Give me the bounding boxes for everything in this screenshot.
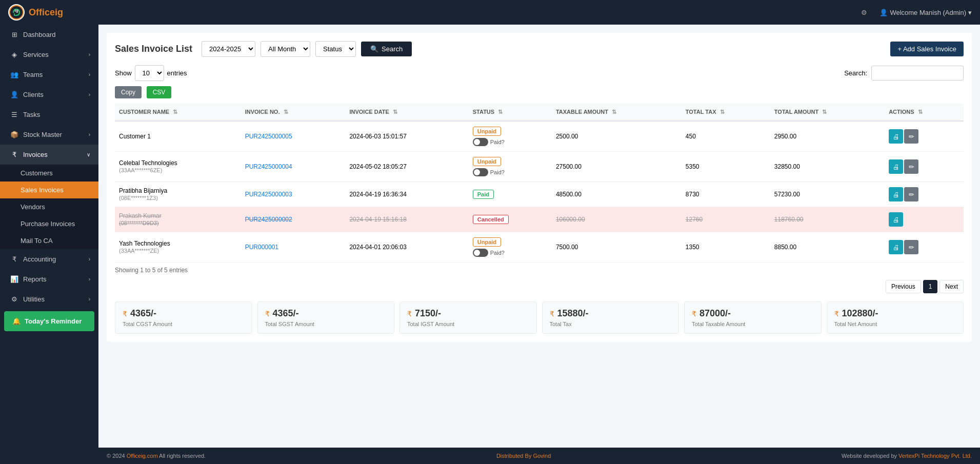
status-cell: Unpaid Paid? [469, 232, 552, 263]
settings-icon[interactable]: ⚙ [861, 9, 867, 16]
sidebar-item-invoices[interactable]: ₹ Invoices ∨ [0, 145, 98, 165]
invoice-no-cell: PUR2425000002 [241, 207, 346, 232]
col-actions[interactable]: ACTIONS ⇅ [885, 104, 964, 121]
invoice-link[interactable]: PUR2425000002 [245, 216, 292, 223]
welcome-text: Welcome Manish (Admin) [890, 9, 966, 16]
sidebar-item-label: Services [23, 51, 49, 58]
status-cell: Paid [469, 182, 552, 207]
total-amount-cell: 2950.00 [770, 121, 885, 152]
customer-name-cell: Pratibha Bijarniya(08E*******1Z3) [115, 182, 241, 207]
col-status[interactable]: STATUS ⇅ [469, 104, 552, 121]
total-tax-cell: 12760 [682, 207, 770, 232]
header-right: + Add Sales Invoice [890, 42, 964, 56]
previous-page-button[interactable]: Previous [886, 280, 921, 293]
card-header: Sales Invoice List 2024-2025 All Month S… [115, 41, 964, 57]
export-buttons: Copy CSV [115, 86, 964, 98]
add-sales-invoice-button[interactable]: + Add Sales Invoice [890, 42, 964, 56]
col-total-tax[interactable]: TOTAL TAX ⇅ [682, 104, 770, 121]
invoice-link[interactable]: PUR2425000005 [245, 133, 292, 140]
paid-toggle[interactable]: Paid? [473, 138, 548, 146]
edit-button[interactable]: ✏ [904, 159, 918, 174]
user-icon: 👤 [879, 9, 888, 16]
summary-label: Total Net Amount [834, 321, 956, 327]
edit-button[interactable]: ✏ [904, 240, 918, 254]
next-page-button[interactable]: Next [939, 280, 964, 293]
csv-button[interactable]: CSV [147, 86, 172, 98]
invoice-link[interactable]: PUR000001 [245, 244, 278, 251]
footer-link[interactable]: Officeig.com [127, 453, 158, 459]
col-customer-name[interactable]: CUSTOMER NAME ⇅ [115, 104, 241, 121]
sidebar-item-accounting[interactable]: ₹ Accounting › [0, 249, 98, 269]
status-cell: Unpaid Paid? [469, 152, 552, 182]
toggle-switch[interactable] [473, 138, 488, 146]
sidebar-item-sales-invoices[interactable]: Sales Invoices [0, 181, 98, 198]
sidebar-item-services[interactable]: ◈ Services › [0, 45, 98, 65]
actions-cell: 🖨✏ [885, 182, 964, 207]
sidebar-item-teams[interactable]: 👥 Teams › [0, 65, 98, 85]
summary-card: ₹ 102880/- Total Net Amount [827, 301, 964, 334]
sidebar-item-utilities[interactable]: ⚙ Utilities › [0, 289, 98, 309]
sidebar-item-reports[interactable]: 📊 Reports › [0, 269, 98, 289]
print-button[interactable]: 🖨 [889, 159, 903, 174]
add-btn-label: + Add Sales Invoice [897, 45, 956, 53]
footer-right: Website developed by VertexPi Technology… [842, 453, 972, 459]
stock-icon: 📦 [10, 131, 19, 138]
page-1-button[interactable]: 1 [923, 280, 938, 293]
logo-area: ig Officeig [8, 4, 63, 21]
customer-sub: (08E*******1Z3) [119, 195, 158, 201]
chevron-right-icon: › [89, 92, 90, 97]
print-button[interactable]: 🖨 [889, 212, 903, 227]
edit-button[interactable]: ✏ [904, 187, 918, 201]
main-card: Sales Invoice List 2024-2025 All Month S… [107, 33, 972, 342]
customer-name-cell: Celebal Technologies(33AA*******6ZE) [115, 152, 241, 182]
col-invoice-date[interactable]: INVOICE DATE ⇅ [345, 104, 468, 121]
print-button[interactable]: 🖨 [889, 187, 903, 201]
rupee-icon: ₹ [834, 310, 839, 318]
toggle-switch[interactable] [473, 168, 488, 176]
showing-text: Showing 1 to 5 of 5 entries [115, 267, 964, 274]
chevron-right-icon: › [89, 72, 90, 77]
year-filter[interactable]: 2024-2025 [202, 41, 255, 57]
customer-sub: (08*******D9D3) [119, 220, 159, 226]
actions-cell: 🖨✏ [885, 152, 964, 182]
footer-dev-link[interactable]: VertexPi Technology Pvt. Ltd. [898, 453, 972, 459]
month-filter[interactable]: All Month [261, 41, 310, 57]
print-button[interactable]: 🖨 [889, 240, 903, 254]
sidebar-item-vendors[interactable]: Vendors [0, 198, 98, 215]
chevron-right-icon: › [89, 296, 90, 302]
status-filter[interactable]: Status [315, 41, 356, 57]
col-total-amount[interactable]: TOTAL AMOUNT ⇅ [770, 104, 885, 121]
sidebar-item-purchase-invoices[interactable]: Purchase Invoices [0, 215, 98, 232]
sidebar-item-label: Teams [23, 71, 43, 78]
print-button[interactable]: 🖨 [889, 129, 903, 144]
actions-cell: 🖨 [885, 207, 964, 232]
sidebar-item-clients[interactable]: 👤 Clients › [0, 85, 98, 105]
summary-amount: 7150/- [415, 308, 441, 319]
col-taxable-amount[interactable]: TAXABLE AMOUNT ⇅ [552, 104, 682, 121]
toggle-switch[interactable] [473, 249, 488, 257]
status-badge: Unpaid [473, 237, 501, 247]
entries-select[interactable]: 10 [135, 65, 164, 81]
sidebar-item-dashboard[interactable]: ⊞ Dashboard [0, 25, 98, 45]
copy-button[interactable]: Copy [115, 86, 142, 98]
sidebar-item-stock-master[interactable]: 📦 Stock Master › [0, 125, 98, 145]
edit-button[interactable]: ✏ [904, 129, 918, 144]
invoice-link[interactable]: PUR2425000004 [245, 163, 292, 170]
search-icon: 🔍 [370, 45, 378, 53]
todays-reminder-button[interactable]: 🔔 Today's Reminder [4, 311, 94, 331]
paid-toggle[interactable]: Paid? [473, 168, 548, 176]
user-menu[interactable]: 👤 Welcome Manish (Admin) ▾ [879, 9, 972, 16]
paid-toggle[interactable]: Paid? [473, 249, 548, 257]
summary-row: ₹ 4365/- Total CGST Amount ₹ 4365/- Tota… [115, 301, 964, 334]
invoice-date-cell: 2024-04-19 15:16:18 [345, 207, 468, 232]
table-search-input[interactable] [871, 66, 964, 80]
sidebar-item-mail-to-ca[interactable]: Mail To CA [0, 232, 98, 249]
summary-label: Total Tax [550, 321, 672, 327]
sidebar-item-customers[interactable]: Customers [0, 165, 98, 181]
search-button[interactable]: 🔍 Search [361, 42, 412, 56]
sidebar-item-label: Reports [23, 275, 47, 283]
search-label: Search: [844, 69, 867, 77]
invoice-link[interactable]: PUR2425000003 [245, 191, 292, 198]
col-invoice-no[interactable]: INVOICE NO. ⇅ [241, 104, 346, 121]
sidebar-item-tasks[interactable]: ☰ Tasks [0, 105, 98, 125]
